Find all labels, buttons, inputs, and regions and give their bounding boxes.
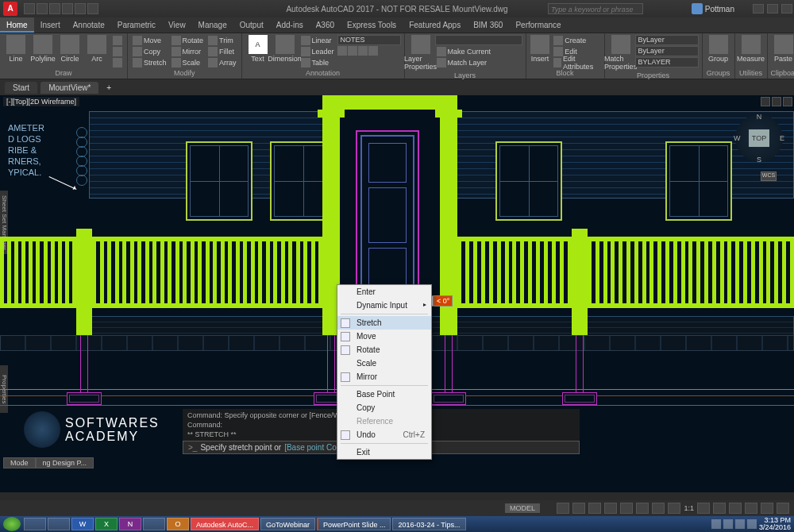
tab-view[interactable]: View: [162, 17, 192, 33]
tab-parametric[interactable]: Parametric: [111, 17, 162, 33]
tab-bim360[interactable]: BIM 360: [467, 17, 509, 33]
edit-attributes-button[interactable]: Edit Attributes: [552, 57, 600, 67]
minimize-icon[interactable]: [753, 4, 764, 13]
file-tab[interactable]: MountView*: [40, 82, 98, 94]
tb-autocad[interactable]: Autodesk AutoC...: [191, 518, 259, 530]
qat-new-icon[interactable]: [24, 3, 35, 14]
qat-save-icon[interactable]: [49, 3, 60, 14]
insert-block-button[interactable]: Insert: [530, 35, 551, 63]
maximize-icon[interactable]: [767, 4, 778, 13]
start-button[interactable]: [3, 517, 21, 531]
ctx-mirror[interactable]: Mirror: [337, 370, 431, 384]
rotate-button[interactable]: Rotate: [170, 35, 206, 45]
ctx-copy[interactable]: Copy: [337, 401, 431, 414]
anno-scale[interactable]: [697, 503, 710, 514]
array-button[interactable]: Array: [206, 57, 238, 67]
tray-power-icon[interactable]: [747, 519, 757, 529]
qat-redo-icon[interactable]: [75, 3, 86, 14]
paste-button[interactable]: Paste: [771, 35, 794, 63]
tb-excel-icon[interactable]: X: [95, 518, 118, 530]
scale-button[interactable]: Scale: [170, 57, 206, 67]
match-layer-button[interactable]: Match Layer: [435, 57, 522, 67]
ctx-reference[interactable]: Reference: [337, 414, 431, 428]
trim-button[interactable]: Trim: [206, 35, 238, 45]
ctx-scale[interactable]: Scale: [337, 357, 431, 370]
tb-firefox-icon[interactable]: [48, 518, 70, 530]
ctx-basepoint[interactable]: Base Point: [337, 387, 431, 401]
arc-button[interactable]: Arc: [84, 35, 110, 63]
draw-flyout2[interactable]: [111, 46, 124, 56]
scale-label[interactable]: 1:1: [684, 504, 694, 512]
table-button[interactable]: Table: [299, 57, 336, 67]
leader-button[interactable]: Leader: [299, 46, 336, 56]
transparency-toggle[interactable]: [668, 503, 680, 514]
draw-flyout1[interactable]: [111, 35, 124, 45]
customize-status[interactable]: [777, 503, 789, 514]
ctx-undo[interactable]: UndoCtrl+Z: [337, 428, 431, 441]
tb-gotowebinar[interactable]: GoToWebinar: [260, 518, 315, 530]
qat-undo-icon[interactable]: [62, 3, 73, 14]
workspace-switch[interactable]: [713, 503, 726, 514]
fillet-button[interactable]: Fillet: [206, 46, 238, 56]
ctx-exit[interactable]: Exit: [337, 445, 431, 459]
tb-outlook-icon[interactable]: O: [167, 518, 189, 530]
qat-print-icon[interactable]: [87, 3, 98, 14]
draw-flyout3[interactable]: [111, 57, 124, 67]
close-icon[interactable]: [781, 4, 792, 13]
app-logo[interactable]: A: [3, 2, 17, 16]
line-button[interactable]: Line: [3, 35, 29, 63]
ctx-dynamic-input[interactable]: Dynamic Input: [337, 299, 431, 312]
text-button[interactable]: AText: [245, 35, 271, 63]
layer-properties-button[interactable]: Layer Properties: [408, 35, 434, 71]
text-style-dropdown[interactable]: NOTES: [337, 35, 401, 45]
linetype-dropdown[interactable]: BYLAYER: [635, 57, 699, 67]
tab-manage[interactable]: Manage: [192, 17, 233, 33]
qat-open-icon[interactable]: [37, 3, 48, 14]
circle-button[interactable]: Circle: [57, 35, 83, 63]
color-dropdown[interactable]: ByLayer: [635, 35, 699, 45]
tb-powerpoint[interactable]: PowerPoint Slide ...: [317, 518, 391, 530]
tb-explorer-icon[interactable]: [24, 518, 46, 530]
taskbar-clock[interactable]: 3:13 PM3/24/2016: [759, 517, 791, 531]
match-properties-button[interactable]: Match Properties: [608, 35, 634, 71]
copy-button[interactable]: Copy: [131, 46, 168, 56]
tab-home[interactable]: Home: [0, 17, 34, 33]
user-account[interactable]: Pottman: [692, 3, 734, 14]
layout1-tab[interactable]: ng Design P...: [36, 457, 94, 468]
tab-addins[interactable]: Add-ins: [270, 17, 310, 33]
tab-performance[interactable]: Performance: [509, 17, 567, 33]
isolate-objects[interactable]: [745, 503, 757, 514]
start-tab[interactable]: Start: [5, 82, 37, 94]
tab-a360[interactable]: A360: [310, 17, 341, 33]
move-button[interactable]: Move: [131, 35, 168, 45]
view-cube[interactable]: N S E W TOP: [735, 114, 783, 162]
grid-toggle[interactable]: [557, 503, 569, 514]
make-current-button[interactable]: Make Current: [435, 46, 522, 56]
lineweight-dropdown[interactable]: ByLayer: [635, 46, 699, 56]
ctx-move[interactable]: Move: [337, 330, 431, 343]
dimension-button[interactable]: Dimension: [272, 35, 298, 63]
group-button[interactable]: Group: [706, 35, 731, 63]
tab-output[interactable]: Output: [233, 17, 270, 33]
model-tab[interactable]: Mode: [3, 457, 36, 468]
tab-featured[interactable]: Featured Apps: [403, 17, 467, 33]
tray-vol-icon[interactable]: [735, 519, 745, 529]
otrack-toggle[interactable]: [636, 503, 649, 514]
drawing-viewport[interactable]: [-][Top][2D Wireframe] Sheet Set Manager…: [0, 95, 794, 492]
lweight-toggle[interactable]: [652, 503, 665, 514]
stretch-button[interactable]: Stretch: [131, 57, 168, 67]
ortho-toggle[interactable]: [588, 503, 601, 514]
ctx-enter[interactable]: Enter: [337, 285, 431, 299]
tb-notes[interactable]: 2016-03-24 - Tips...: [392, 518, 465, 530]
osnap-toggle[interactable]: [620, 503, 633, 514]
snap-toggle[interactable]: [572, 503, 585, 514]
tb-snip-icon[interactable]: [143, 518, 165, 530]
hardware-accel[interactable]: [729, 503, 742, 514]
wcs-badge[interactable]: WCS: [761, 172, 777, 181]
tab-express[interactable]: Express Tools: [341, 17, 403, 33]
help-search-input[interactable]: Type a keyword or phrase: [548, 3, 643, 14]
tray-net-icon[interactable]: [723, 519, 733, 529]
layer-dropdown[interactable]: [435, 35, 522, 45]
clean-screen[interactable]: [761, 503, 773, 514]
polar-toggle[interactable]: [604, 503, 617, 514]
